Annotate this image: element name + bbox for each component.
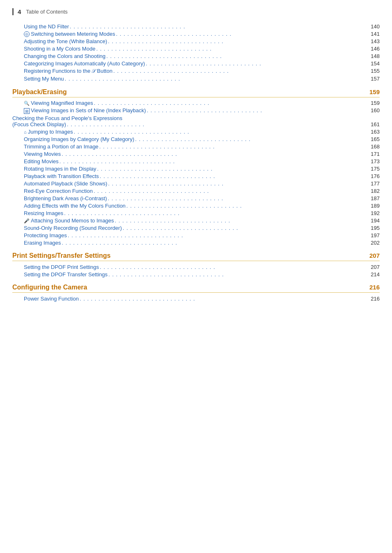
- entry-page-number: 195: [367, 225, 380, 231]
- toc-entry[interactable]: Protecting Images. . . . . . . . . . . .…: [12, 231, 380, 239]
- page-header: 4 Table of Contents: [12, 8, 380, 15]
- entry-text: 🔍Viewing Magnified Images: [24, 100, 93, 106]
- entry-text: Organizing Images by Category (My Catego…: [24, 136, 134, 142]
- entry-dots: . . . . . . . . . . . . . . . . . . . . …: [94, 100, 367, 106]
- entry-text: Trimming a Portion of an Image: [24, 143, 99, 150]
- entry-text: 🎤Attaching Sound Memos to Images: [24, 217, 114, 224]
- entry-dots: . . . . . . . . . . . . . . . . . . . . …: [74, 129, 367, 135]
- toc-entry[interactable]: Automated Playback (Slide Shows). . . . …: [12, 180, 380, 187]
- entry-dots: . . . . . . . . . . . . . . . . . . . . …: [115, 217, 367, 224]
- toc-entry[interactable]: Categorizing Images Automatically (Auto …: [12, 60, 380, 67]
- entry-page-number: 157: [367, 76, 380, 82]
- entry-page-number: 141: [367, 31, 380, 37]
- section-title[interactable]: Configuring the Camera: [12, 284, 87, 291]
- entry-page-number: 165: [367, 136, 380, 142]
- entry-text: Setting the DPOF Transfer Settings: [24, 271, 108, 278]
- toc-entry[interactable]: ⊞Viewing Images in Sets of Nine (Index P…: [12, 107, 380, 115]
- toc-entry[interactable]: Adjusting the Tone (White Balance). . . …: [12, 38, 380, 45]
- entry-text: Automated Playback (Slide Shows): [24, 180, 107, 187]
- entry-text: Setting the DPOF Print Settings: [24, 264, 99, 270]
- entry-line1: Checking the Focus and People's Expressi…: [12, 115, 380, 121]
- entry-text: Playback with Transition Effects: [24, 173, 99, 179]
- entry-dots: . . . . . . . . . . . . . . . . . . . . …: [97, 166, 367, 172]
- entry-dots: . . . . . . . . . . . . . . . . . . . . …: [108, 195, 367, 201]
- entry-page-number: 154: [367, 60, 380, 67]
- entry-dots: . . . . . . . . . . . . . . . . . . . . …: [108, 38, 367, 44]
- page-number: 4: [18, 8, 21, 15]
- entry-dots: . . . . . . . . . . . . . . . . . . . . …: [80, 296, 367, 302]
- section-page-number: 216: [369, 284, 380, 291]
- entry-dots: . . . . . . . . . . . . . . . . . . . . …: [62, 151, 367, 157]
- toc-entry[interactable]: Changing the Colors and Shooting. . . . …: [12, 53, 380, 60]
- toc-entry[interactable]: Organizing Images by Category (My Catego…: [12, 135, 380, 143]
- section-header: Playback/Erasing159: [12, 88, 380, 97]
- entry-text: Shooting in a My Colors Mode: [24, 46, 95, 52]
- toc-entry[interactable]: Power Saving Function. . . . . . . . . .…: [12, 295, 380, 302]
- entry-page-number: 197: [367, 232, 380, 238]
- entry-text: Brightening Dark Areas (i-Contrast): [24, 195, 107, 201]
- entry-dots: . . . . . . . . . . . . . . . . . . . . …: [68, 232, 367, 238]
- entry-page-number: 146: [367, 46, 380, 52]
- entry-text: Rotating Images in the Display: [24, 166, 96, 172]
- entry-text: ⊞Viewing Images in Sets of Nine (Index P…: [24, 107, 146, 114]
- toc-entry[interactable]: ◎Switching between Metering Modes. . . .…: [12, 30, 380, 38]
- toc-entry[interactable]: Adding Effects with the My Colors Functi…: [12, 202, 380, 209]
- entry-dots: . . . . . . . . . . . . . . . . . . . . …: [146, 60, 367, 67]
- entry-dots: . . . . . . . . . . . . . . . . . . . . …: [100, 173, 367, 179]
- entry-page-number: 192: [367, 210, 380, 216]
- entry-page-number: 160: [367, 107, 380, 113]
- entry-page-number: 143: [367, 38, 380, 44]
- toc-entry[interactable]: Setting the DPOF Print Settings. . . . .…: [12, 263, 380, 271]
- entry-text: Changing the Colors and Shooting: [24, 53, 106, 59]
- toc-entry[interactable]: Registering Functions to the 𝒮 Button. .…: [12, 67, 380, 75]
- entry-text: Erasing Images: [24, 240, 61, 246]
- entry-dots: . . . . . . . . . . . . . . . . . . . . …: [62, 240, 367, 246]
- entry-page-number: 176: [367, 173, 380, 179]
- toc-entry[interactable]: Erasing Images. . . . . . . . . . . . . …: [12, 239, 380, 246]
- entry-dots: . . . . . . . . . . . . . . . . . . . . …: [94, 188, 367, 194]
- entry-page-number: 207: [367, 264, 380, 270]
- toc-entry[interactable]: Red-Eye Correction Function. . . . . . .…: [12, 187, 380, 194]
- toc-entry[interactable]: Viewing Movies. . . . . . . . . . . . . …: [12, 150, 380, 157]
- toc-entry[interactable]: Setting My Menu. . . . . . . . . . . . .…: [12, 75, 380, 83]
- entry-page-number: 173: [367, 158, 380, 164]
- toc-entry[interactable]: Resizing Images. . . . . . . . . . . . .…: [12, 209, 380, 217]
- toc-entry[interactable]: Editing Movies. . . . . . . . . . . . . …: [12, 157, 380, 165]
- toc-section-0: Using the ND Filter. . . . . . . . . . .…: [12, 23, 380, 83]
- entry-page-number: 140: [367, 23, 380, 30]
- entry-page-number: 163: [367, 129, 380, 135]
- entry-dots: . . . . . . . . . . . . . . . . . . . . …: [100, 264, 367, 270]
- toc-entry[interactable]: Sound-Only Recording (Sound Recorder). .…: [12, 224, 380, 231]
- toc-entry[interactable]: Rotating Images in the Display. . . . . …: [12, 165, 380, 172]
- entry-dots: . . . . . . . . . . . . . . . . . . . . …: [147, 107, 367, 113]
- entry-page-number: 177: [367, 180, 380, 187]
- entry-page-number: 148: [367, 53, 380, 59]
- entry-text: Adding Effects with the My Colors Functi…: [24, 203, 126, 209]
- section-page-number: 159: [369, 88, 380, 95]
- toc-entry[interactable]: Setting the DPOF Transfer Settings. . . …: [12, 271, 380, 278]
- entry-page-number: 187: [367, 195, 380, 201]
- toc-entry-two-line[interactable]: Checking the Focus and People's Expressi…: [12, 114, 380, 128]
- toc-entry[interactable]: 🔍Viewing Magnified Images. . . . . . . .…: [12, 99, 380, 107]
- section-title[interactable]: Playback/Erasing: [12, 88, 67, 96]
- entry-text: ◎Switching between Metering Modes: [24, 31, 115, 37]
- header-label: Table of Contents: [26, 9, 67, 15]
- section-page-number: 207: [369, 252, 380, 259]
- toc-entry[interactable]: Brightening Dark Areas (i-Contrast). . .…: [12, 194, 380, 202]
- entry-dots: . . . . . . . . . . . . . . . . . . . . …: [113, 68, 367, 74]
- entry-text: Protecting Images: [24, 232, 67, 238]
- entry-dots: . . . . . . . . . . . . . . . . . . . . …: [60, 158, 367, 164]
- toc-entry[interactable]: ⌂Jumping to Images. . . . . . . . . . . …: [12, 128, 380, 135]
- section-title[interactable]: Print Settings/Transfer Settings: [12, 252, 111, 259]
- toc-entry[interactable]: Trimming a Portion of an Image. . . . . …: [12, 143, 380, 150]
- entry-dots: . . . . . . . . . . . . . . . . . . . . …: [108, 180, 367, 187]
- entry-page-number: 182: [367, 188, 380, 194]
- toc-entry[interactable]: Playback with Transition Effects. . . . …: [12, 172, 380, 180]
- toc-entry[interactable]: Shooting in a My Colors Mode. . . . . . …: [12, 45, 380, 53]
- entry-page-number: 214: [367, 271, 380, 278]
- toc-entry[interactable]: 🎤Attaching Sound Memos to Images. . . . …: [12, 217, 380, 224]
- entry-text: Editing Movies: [24, 158, 59, 164]
- entry-text: Resizing Images: [24, 210, 63, 216]
- toc-entry[interactable]: Using the ND Filter. . . . . . . . . . .…: [12, 23, 380, 30]
- entry-text: Categorizing Images Automatically (Auto …: [24, 60, 145, 67]
